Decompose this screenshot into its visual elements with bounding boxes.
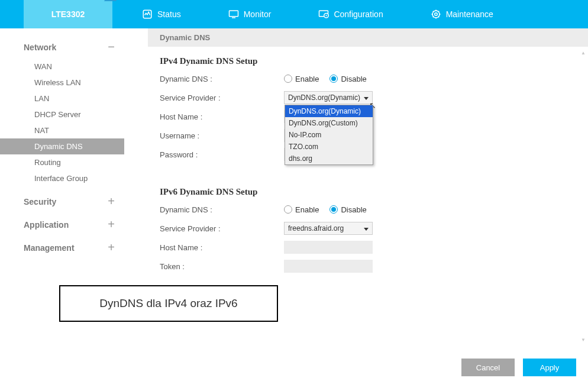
ipv6-section-title: IPv6 Dynamic DNS Setup xyxy=(160,187,564,197)
dropdown-option[interactable]: dhs.org xyxy=(285,153,373,164)
nav-configuration[interactable]: Configuration xyxy=(318,9,383,20)
collapse-icon: − xyxy=(105,40,117,54)
footer-buttons: Cancel Apply xyxy=(461,359,576,376)
ipv6-ddns-label: Dynamic DNS : xyxy=(160,205,284,214)
ipv4-provider-select[interactable]: DynDNS.org(Dynamic) ↖ DynDNS.org(Dynamic… xyxy=(284,91,373,104)
apply-button[interactable]: Apply xyxy=(523,359,576,376)
sidebar-item-dhcp-server[interactable]: DHCP Server xyxy=(24,106,124,122)
nav-maintenance[interactable]: Maintenance xyxy=(431,9,493,20)
ipv4-disable-radio[interactable]: Disable xyxy=(329,75,366,83)
sidebar-item-lan[interactable]: LAN xyxy=(24,91,124,106)
nav-monitor[interactable]: Monitor xyxy=(228,9,272,20)
top-bar: LTE3302 Status Monitor Configuration Mai… xyxy=(0,0,588,28)
ipv6-hostname-label: Host Name : xyxy=(160,243,284,252)
svg-point-7 xyxy=(434,13,437,16)
ipv6-provider-select[interactable]: freedns.afraid.org xyxy=(284,222,373,235)
sidebar-section-application[interactable]: Application + xyxy=(24,213,124,236)
ipv4-enable-radio[interactable]: Enable xyxy=(284,75,319,83)
ipv4-section-title: IPv4 Dynamic DNS Setup xyxy=(160,56,564,66)
dropdown-option[interactable]: No-IP.com xyxy=(285,129,373,141)
ipv4-username-label: Username : xyxy=(160,131,284,140)
ipv6-token-input[interactable] xyxy=(284,260,373,273)
ipv6-disable-radio[interactable]: Disable xyxy=(329,205,366,214)
monitor-icon xyxy=(228,9,239,20)
sidebar-item-interface-group[interactable]: Interface Group xyxy=(24,170,124,186)
svg-point-5 xyxy=(326,15,327,16)
sidebar-item-nat[interactable]: NAT xyxy=(24,122,124,138)
expand-icon: + xyxy=(105,218,117,231)
svg-rect-2 xyxy=(232,17,235,18)
caption-annotation: DynDNS dla IPv4 oraz IPv6 xyxy=(59,285,278,322)
device-logo: LTE3302 xyxy=(24,0,112,28)
sidebar-item-wireless-lan[interactable]: Wireless LAN xyxy=(24,75,124,91)
scrollbar[interactable] xyxy=(581,51,586,341)
svg-rect-1 xyxy=(229,11,238,17)
sidebar-section-network[interactable]: Network − xyxy=(24,35,124,59)
sidebar-item-wan[interactable]: WAN xyxy=(24,59,124,75)
chevron-down-icon xyxy=(364,224,369,233)
ipv4-password-label: Password : xyxy=(160,150,284,159)
chevron-down-icon xyxy=(364,93,369,102)
cancel-button[interactable]: Cancel xyxy=(461,359,515,376)
dropdown-option[interactable]: TZO.com xyxy=(285,141,373,153)
expand-icon: + xyxy=(105,241,117,254)
ipv4-hostname-label: Host Name : xyxy=(160,112,284,121)
breadcrumb: Dynamic DNS xyxy=(148,28,588,47)
ipv6-hostname-input[interactable] xyxy=(284,241,373,254)
dropdown-option[interactable]: DynDNS.org(Custom) xyxy=(285,117,373,129)
ipv6-provider-label: Service Provider : xyxy=(160,224,284,233)
ipv4-ddns-label: Dynamic DNS : xyxy=(160,75,284,83)
maintenance-icon xyxy=(431,9,441,20)
dropdown-option[interactable]: DynDNS.org(Dynamic) xyxy=(285,105,373,117)
ipv4-provider-dropdown: DynDNS.org(Dynamic) DynDNS.org(Custom) N… xyxy=(285,105,373,165)
sidebar-section-security[interactable]: Security + xyxy=(24,190,124,213)
config-icon xyxy=(318,9,329,20)
nav-status[interactable]: Status xyxy=(142,9,181,20)
ipv4-provider-label: Service Provider : xyxy=(160,93,284,102)
top-nav: Status Monitor Configuration Maintenance xyxy=(112,0,588,28)
ipv6-enable-radio[interactable]: Enable xyxy=(284,205,319,214)
status-icon xyxy=(142,9,153,20)
sidebar-item-routing[interactable]: Routing xyxy=(24,154,124,170)
ipv6-token-label: Token : xyxy=(160,262,284,271)
sidebar-section-management[interactable]: Management + xyxy=(24,236,124,259)
sidebar-item-dynamic-dns[interactable]: Dynamic DNS xyxy=(0,138,124,154)
expand-icon: + xyxy=(105,195,117,208)
